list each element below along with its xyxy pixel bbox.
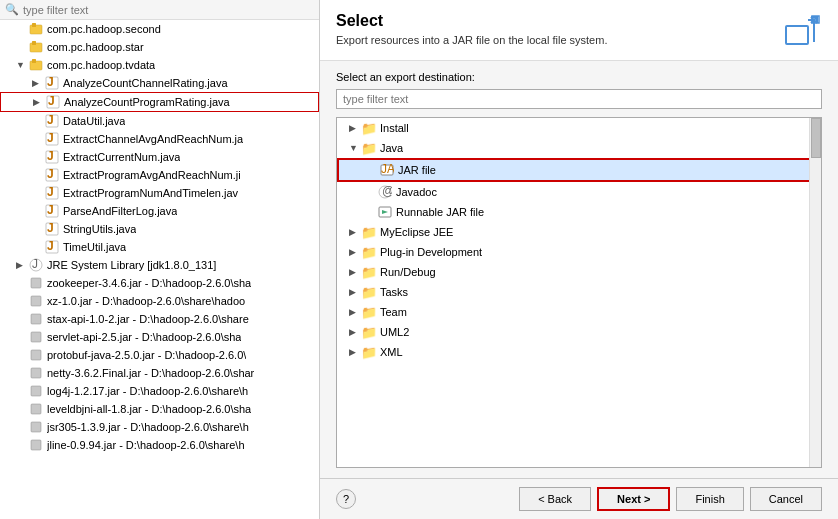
tree-arrow[interactable]: ▶ (349, 267, 361, 277)
tree-item-file-extractchannel[interactable]: JExtractChannelAvgAndReachNum.ja (0, 130, 319, 148)
java-file-icon: J (44, 113, 60, 129)
select-item-plugin-dev[interactable]: ▶📁Plug-in Development (337, 242, 821, 262)
svg-rect-35 (31, 404, 41, 414)
folder-icon: 📁 (361, 224, 377, 240)
tree-item-jar-stax[interactable]: stax-api-1.0-2.jar - D:\hadoop-2.6.0\sha… (0, 310, 319, 328)
tree-item-jre-system[interactable]: ▶JJRE System Library [jdk1.8.0_131] (0, 256, 319, 274)
select-label: XML (380, 346, 403, 358)
svg-text:J: J (47, 150, 54, 163)
select-item-jar-file[interactable]: JARJAR file (337, 158, 821, 182)
tree-arrow[interactable] (365, 207, 377, 217)
jar-icon (28, 437, 44, 453)
package-icon (28, 39, 44, 55)
tree-arrow[interactable]: ▶ (349, 247, 361, 257)
tree-arrow[interactable]: ▶ (349, 123, 361, 133)
folder-icon: 📁 (361, 140, 377, 156)
tree-item-jar-netty[interactable]: netty-3.6.2.Final.jar - D:\hadoop-2.6.0\… (0, 364, 319, 382)
select-item-tasks[interactable]: ▶📁Tasks (337, 282, 821, 302)
next-button[interactable]: Next > (597, 487, 670, 511)
folder-icon: 📁 (361, 324, 377, 340)
select-item-team[interactable]: ▶📁Team (337, 302, 821, 322)
destination-filter-input[interactable] (336, 89, 822, 109)
tree-arrow[interactable]: ▶ (349, 327, 361, 337)
tree-arrow[interactable]: ▶ (349, 347, 361, 357)
cancel-button[interactable]: Cancel (750, 487, 822, 511)
tree-arrow[interactable]: ▼ (349, 143, 361, 153)
select-label: Team (380, 306, 407, 318)
tree-item-file-extractcurrent[interactable]: JExtractCurrentNum.java (0, 148, 319, 166)
tree-item-pkg-tvdata[interactable]: ▼com.pc.hadoop.tvdata (0, 56, 319, 74)
tree-item-jar-jsr305[interactable]: jsr305-1.3.9.jar - D:\hadoop-2.6.0\share… (0, 418, 319, 436)
tree-arrow[interactable] (367, 165, 379, 175)
select-item-run-debug[interactable]: ▶📁Run/Debug (337, 262, 821, 282)
section-label: Select an export destination: (336, 71, 822, 83)
finish-button[interactable]: Finish (676, 487, 743, 511)
tree-item-jar-zookeeper[interactable]: zookeeper-3.4.6.jar - D:\hadoop-2.6.0\sh… (0, 274, 319, 292)
select-label: Runnable JAR file (396, 206, 484, 218)
tree-item-file-analyze-channel[interactable]: ▶JAnalyzeCountChannelRating.java (0, 74, 319, 92)
tree-item-jar-protobuf[interactable]: protobuf-java-2.5.0.jar - D:\hadoop-2.6.… (0, 346, 319, 364)
tree-item-jar-xz[interactable]: xz-1.0.jar - D:\hadoop-2.6.0\share\hadoo (0, 292, 319, 310)
jar-icon (28, 383, 44, 399)
package-icon (28, 21, 44, 37)
help-button[interactable]: ? (336, 489, 356, 509)
runnable-jar-icon (377, 204, 393, 220)
svg-text:J: J (47, 186, 54, 199)
tree-item-jar-jline[interactable]: jline-0.9.94.jar - D:\hadoop-2.6.0\share… (0, 436, 319, 454)
tree-arrow[interactable]: ▶ (16, 260, 28, 270)
tree-item-file-stringutils[interactable]: JStringUtils.java (0, 220, 319, 238)
tree-item-file-extractprogram[interactable]: JExtractProgramAvgAndReachNum.ji (0, 166, 319, 184)
tree-item-jar-servlet[interactable]: servlet-api-2.5.jar - D:\hadoop-2.6.0\sh… (0, 328, 319, 346)
tree-arrow[interactable]: ▶ (349, 307, 361, 317)
java-file-icon: J (45, 94, 61, 110)
jar-icon (28, 401, 44, 417)
tree-arrow[interactable]: ▶ (32, 78, 44, 88)
select-item-java[interactable]: ▼📁Java (337, 138, 821, 158)
tree-arrow[interactable]: ▶ (349, 227, 361, 237)
java-file-icon: J (44, 221, 60, 237)
tree-arrow[interactable] (365, 187, 377, 197)
folder-icon: 📁 (361, 344, 377, 360)
select-item-myeclipse-jee[interactable]: ▶📁MyEclipse JEE (337, 222, 821, 242)
tree-arrow[interactable]: ▶ (33, 97, 45, 107)
file-tree: com.pc.hadoop.secondcom.pc.hadoop.star▼c… (0, 20, 319, 519)
tree-item-file-analyze-program[interactable]: ▶JAnalyzeCountProgramRating.java (0, 92, 319, 112)
filter-input[interactable] (23, 4, 314, 16)
svg-rect-29 (31, 296, 41, 306)
folder-icon: 📁 (361, 120, 377, 136)
tree-item-pkg-second[interactable]: com.pc.hadoop.second (0, 20, 319, 38)
tree-label: StringUtils.java (63, 223, 136, 235)
select-item-javadoc[interactable]: @Javadoc (337, 182, 821, 202)
svg-text:J: J (47, 114, 54, 127)
tree-item-file-extractprogramnum[interactable]: JExtractProgramNumAndTimelen.jav (0, 184, 319, 202)
destination-tree[interactable]: ▶📁Install▼📁Java JARJAR file @Javadoc Run… (336, 117, 822, 468)
tree-item-file-parsefilter[interactable]: JParseAndFilterLog.java (0, 202, 319, 220)
select-label: UML2 (380, 326, 409, 338)
tree-arrow[interactable]: ▼ (16, 60, 28, 70)
svg-rect-33 (31, 368, 41, 378)
select-label: MyEclipse JEE (380, 226, 453, 238)
java-file-icon: J (44, 203, 60, 219)
jar-icon (28, 365, 44, 381)
tree-arrow[interactable]: ▶ (349, 287, 361, 297)
tree-label: AnalyzeCountChannelRating.java (63, 77, 228, 89)
tree-item-jar-log4j[interactable]: log4j-1.2.17.jar - D:\hadoop-2.6.0\share… (0, 382, 319, 400)
back-button[interactable]: < Back (519, 487, 591, 511)
project-explorer: 🔍 com.pc.hadoop.secondcom.pc.hadoop.star… (0, 0, 320, 519)
select-item-install[interactable]: ▶📁Install (337, 118, 821, 138)
svg-rect-28 (31, 278, 41, 288)
footer-buttons: < Back Next > Finish Cancel (519, 487, 822, 511)
tree-label: jline-0.9.94.jar - D:\hadoop-2.6.0\share… (47, 439, 245, 451)
select-item-runnable-jar[interactable]: Runnable JAR file (337, 202, 821, 222)
select-item-xml[interactable]: ▶📁XML (337, 342, 821, 362)
tree-item-jar-leveldb[interactable]: leveldbjni-all-1.8.jar - D:\hadoop-2.6.0… (0, 400, 319, 418)
tree-label: servlet-api-2.5.jar - D:\hadoop-2.6.0\sh… (47, 331, 241, 343)
tree-item-file-timeutil[interactable]: JTimeUtil.java (0, 238, 319, 256)
tree-label: com.pc.hadoop.star (47, 41, 144, 53)
tree-item-pkg-star[interactable]: com.pc.hadoop.star (0, 38, 319, 56)
tree-item-file-datautil[interactable]: JDataUtil.java (0, 112, 319, 130)
tree-label: log4j-1.2.17.jar - D:\hadoop-2.6.0\share… (47, 385, 248, 397)
svg-rect-36 (31, 422, 41, 432)
dialog-body: Select an export destination: ▶📁Install▼… (320, 61, 838, 478)
select-item-uml2[interactable]: ▶📁UML2 (337, 322, 821, 342)
